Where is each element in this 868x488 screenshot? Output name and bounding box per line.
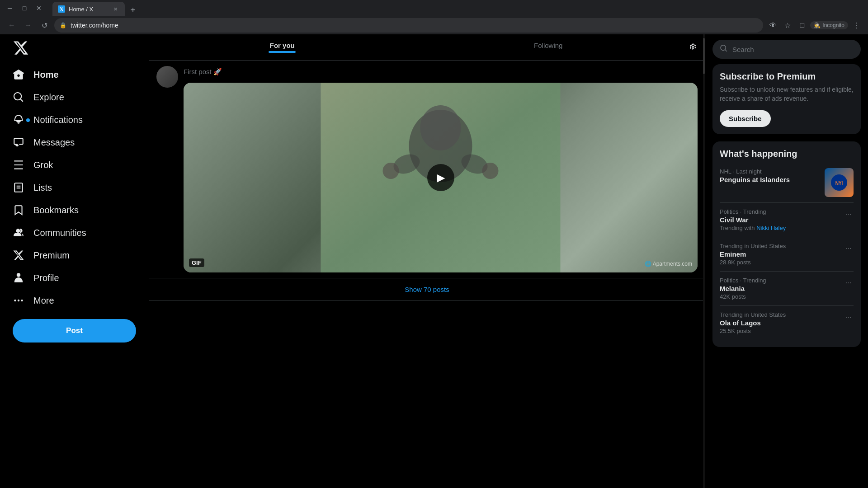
trending-item-civil-war[interactable]: Politics · Trending Civil War Trending w…: [720, 203, 854, 237]
browser-titlebar: ─ □ ✕ 𝕏 Home / X ✕ +: [0, 0, 868, 16]
minimize-button[interactable]: ─: [4, 2, 16, 14]
trending-topic-ola: Ola of Lagos: [720, 319, 840, 327]
incognito-label: Incognito: [822, 22, 844, 28]
nhl-image: NYI: [825, 168, 854, 197]
tab-title: Home / X: [69, 6, 93, 13]
tab-for-you[interactable]: For you: [149, 34, 415, 60]
toolbar-right: 👁 ☆ □ 🕵 Incognito ⋮: [767, 19, 863, 32]
lock-icon: 🔒: [60, 22, 66, 28]
nav-bookmarks[interactable]: Bookmarks: [7, 199, 142, 221]
close-button[interactable]: ✕: [33, 2, 45, 14]
tweet-avatar: [156, 66, 178, 88]
trending-item-ola[interactable]: Trending in United States Ola of Lagos 2…: [720, 306, 854, 340]
window-controls[interactable]: ─ □ ✕: [4, 2, 45, 14]
feed-settings-button[interactable]: [681, 36, 705, 59]
video-watermark: 🌐 Apartments.com: [645, 261, 692, 267]
nav-home[interactable]: Home: [7, 63, 142, 86]
tweet-header: First post 🚀: [156, 66, 698, 272]
feed-tabs: For you Following: [149, 34, 705, 61]
show-posts-button[interactable]: Show 70 posts: [149, 278, 705, 301]
gif-badge: GIF: [189, 258, 204, 267]
trending-item-melania[interactable]: Politics · Trending Melania 42K posts ··…: [720, 272, 854, 306]
nav-explore[interactable]: Explore: [7, 86, 142, 108]
premium-subtitle: Subscribe to unlock new features and if …: [720, 85, 854, 103]
nav-grok[interactable]: Grok: [7, 154, 142, 176]
search-input[interactable]: [732, 46, 854, 53]
nav-bookmarks-label: Bookmarks: [33, 205, 79, 216]
profile-icon[interactable]: □: [796, 19, 808, 32]
whats-happening-widget: What's happening NHL · Last night Pengui…: [712, 141, 861, 347]
tab-for-you-label: For you: [270, 42, 295, 49]
nav-lists[interactable]: Lists: [7, 176, 142, 199]
main-nav: Home Explore Notifications Messages: [7, 63, 142, 312]
tab-following[interactable]: Following: [415, 34, 682, 60]
trending-more-civil-war[interactable]: ···: [844, 208, 854, 220]
maximize-button[interactable]: □: [18, 2, 31, 14]
new-tab-button[interactable]: +: [127, 4, 139, 16]
forward-button[interactable]: →: [22, 19, 34, 32]
whats-happening-title: What's happening: [720, 149, 854, 159]
trending-more-ola[interactable]: ···: [844, 311, 854, 323]
subscribe-button[interactable]: Subscribe: [720, 110, 771, 127]
browser-tabs: 𝕏 Home / X ✕ +: [49, 0, 139, 16]
premium-title: Subscribe to Premium: [720, 71, 854, 82]
menu-dots-icon[interactable]: ⋮: [850, 19, 863, 32]
active-tab[interactable]: 𝕏 Home / X ✕: [52, 2, 125, 16]
profile-nav-icon: [13, 272, 24, 284]
trending-item-ola-info: Trending in United States Ola of Lagos 2…: [720, 311, 840, 334]
post-button[interactable]: Post: [13, 319, 136, 343]
nav-messages[interactable]: Messages: [7, 131, 142, 154]
trending-item-eminem[interactable]: Trending in United States Eminem 28.9K p…: [720, 237, 854, 272]
main-content: For you Following First post 🚀: [149, 34, 705, 488]
eye-off-icon[interactable]: 👁: [767, 19, 779, 32]
nav-explore-label: Explore: [33, 92, 64, 103]
trending-topic-nhl: Penguins at Islanders: [720, 176, 790, 183]
trending-meta-melania: Politics · Trending: [720, 277, 840, 284]
x-logo[interactable]: [7, 34, 142, 61]
video-container[interactable]: ▶ GIF 🌐 Apartments.com: [184, 83, 698, 272]
svg-text:NYI: NYI: [835, 181, 843, 186]
sidebar: Home Explore Notifications Messages: [0, 34, 149, 488]
tweet-post-text: First post 🚀: [184, 68, 222, 75]
tweet-meta: First post 🚀: [184, 66, 698, 77]
tab-close-button[interactable]: ✕: [111, 5, 119, 13]
nav-more[interactable]: More: [7, 289, 142, 312]
right-sidebar: Subscribe to Premium Subscribe to unlock…: [705, 34, 868, 488]
nav-lists-label: Lists: [33, 183, 52, 193]
trending-item-nhl[interactable]: NHL · Last night Penguins at Islanders N…: [720, 163, 854, 203]
search-bar: [712, 40, 861, 59]
play-button[interactable]: ▶: [427, 164, 454, 191]
svg-point-6: [482, 163, 499, 179]
islanders-logo-svg: NYI: [830, 174, 848, 192]
bookmarks-icon: [13, 204, 24, 216]
nikki-haley-link[interactable]: Nikki Haley: [756, 225, 786, 231]
x-logo-svg: [13, 40, 29, 56]
trending-topic-eminem: Eminem: [720, 250, 840, 258]
nav-profile[interactable]: Profile: [7, 267, 142, 289]
tab-following-label: Following: [534, 42, 562, 49]
trending-item-civil-war-info: Politics · Trending Civil War Trending w…: [720, 208, 840, 231]
back-button[interactable]: ←: [5, 19, 18, 32]
trending-count-melania: 42K posts: [720, 293, 840, 300]
nav-more-label: More: [33, 296, 54, 306]
nav-premium[interactable]: Premium: [7, 244, 142, 267]
address-bar-wrap: 🔒: [54, 18, 763, 33]
nav-communities[interactable]: Communities: [7, 221, 142, 244]
trending-civil-war-extra: Trending with Nikki Haley: [720, 225, 840, 231]
scroll-track: [703, 34, 705, 488]
refresh-button[interactable]: ↺: [38, 19, 51, 32]
address-input[interactable]: [54, 18, 763, 33]
trending-item-nhl-info: NHL · Last night Penguins at Islanders: [720, 168, 790, 184]
communities-icon: [13, 227, 24, 239]
nav-notifications-label: Notifications: [33, 115, 83, 125]
premium-icon: [13, 249, 24, 261]
notification-dot: [26, 118, 30, 122]
tweet-card[interactable]: First post 🚀: [149, 61, 705, 278]
trending-more-melania[interactable]: ···: [844, 277, 854, 289]
nav-notifications[interactable]: Notifications: [7, 108, 142, 131]
trending-count-ola: 25.5K posts: [720, 328, 840, 334]
notifications-icon: [13, 114, 24, 126]
svg-point-2: [420, 105, 461, 150]
trending-more-eminem[interactable]: ···: [844, 243, 854, 254]
bookmark-star-icon[interactable]: ☆: [781, 19, 794, 32]
